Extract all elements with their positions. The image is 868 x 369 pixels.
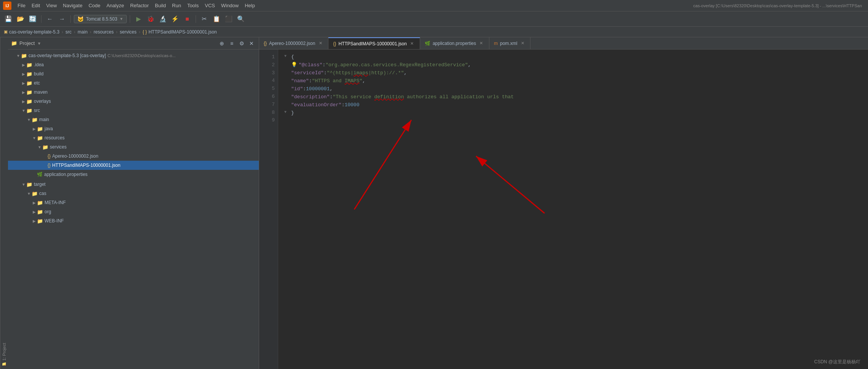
line2-comma: , — [468, 61, 471, 69]
more-button-1[interactable]: ✂ — [199, 14, 210, 24]
breadcrumb-src[interactable]: src — [65, 29, 72, 35]
sidebar-scope-btn[interactable]: ⊕ — [218, 39, 226, 48]
idea-label: .idea — [34, 62, 44, 67]
tab-pomxml-close[interactable]: ✕ — [519, 40, 526, 46]
fold-btn-8[interactable]: ▼ — [284, 109, 290, 115]
profile-button[interactable]: ⚡ — [170, 14, 180, 24]
tree-metainf[interactable]: ▶ 📁 META-INF — [8, 198, 259, 207]
menu-tools[interactable]: Tools — [184, 2, 202, 10]
code-brace-close: } — [291, 109, 294, 117]
menu-window[interactable]: Window — [218, 2, 242, 10]
debug-button[interactable]: 🐞 — [145, 14, 156, 24]
menu-view[interactable]: View — [43, 2, 60, 10]
run-button[interactable]: ▶ — [133, 14, 144, 24]
menu-code[interactable]: Code — [86, 2, 104, 10]
tree-etc[interactable]: ▶ 📁 etc — [8, 78, 259, 88]
toolbar: 💾 📂 🔄 ← → 🐱 Tomcat 8.5.503 ▼ ▶ 🐞 🔬 ⚡ ■ ✂… — [0, 11, 868, 27]
tree-maven[interactable]: ▶ 📁 maven — [8, 88, 259, 97]
tree-main[interactable]: ▼ 📁 main — [8, 115, 259, 124]
tree-idea[interactable]: ▶ 📁 .idea — [8, 60, 259, 69]
java-folder-icon: 📁 — [37, 126, 43, 132]
line-num-4: 4 — [262, 77, 275, 85]
search-everywhere-button[interactable]: 🔍 — [236, 14, 246, 24]
menu-help[interactable]: Help — [242, 2, 258, 10]
svg-line-1 — [354, 120, 411, 209]
stop-button[interactable]: ■ — [182, 14, 193, 24]
tree-resources[interactable]: ▼ 📁 resources — [8, 133, 259, 142]
breadcrumb-resources[interactable]: resources — [94, 29, 114, 35]
tab-apereo-label: Apereo-10000002.json — [269, 41, 315, 46]
line-num-2: 2 — [262, 61, 275, 69]
breadcrumb-project[interactable]: cas-overlay-template-5.3 — [9, 29, 59, 35]
tab-appprops-close[interactable]: ✕ — [478, 40, 484, 46]
services-arrow: ▼ — [37, 145, 42, 149]
menu-analyze[interactable]: Analyze — [104, 2, 127, 10]
tab-apereo-close[interactable]: ✕ — [317, 40, 323, 46]
project-tree: ▼ 📁 cas-overlay-template-5.3 [cas-overla… — [8, 50, 259, 369]
tree-java[interactable]: ▶ 📁 java — [8, 124, 259, 133]
line3-comma: , — [404, 69, 407, 77]
menu-bar: IJ File Edit View Navigate Code Analyze … — [0, 0, 868, 11]
menu-edit[interactable]: Edit — [29, 2, 43, 10]
separator-3 — [130, 15, 130, 23]
menu-vcs[interactable]: VCS — [202, 2, 218, 10]
menu-refactor[interactable]: Refactor — [127, 2, 152, 10]
tree-overlays[interactable]: ▶ 📁 overlays — [8, 97, 259, 106]
main-arrow: ▼ — [26, 118, 32, 122]
separator-1 — [41, 15, 41, 23]
line7-key: "evaluationOrder" — [291, 101, 342, 109]
open-button[interactable]: 📂 — [15, 14, 26, 24]
code-editor[interactable]: 1 2 3 4 5 6 7 8 9 ▼ { 💡 — [259, 50, 868, 369]
sync-button[interactable]: 🔄 — [27, 14, 38, 24]
tree-root[interactable]: ▼ 📁 cas-overlay-template-5.3 [cas-overla… — [8, 51, 259, 60]
sidebar-collapse-btn[interactable]: ≡ — [228, 39, 236, 48]
separator-4 — [196, 15, 196, 23]
coverage-button[interactable]: 🔬 — [158, 14, 168, 24]
fold-btn-1[interactable]: ▼ — [284, 53, 290, 59]
tab-appprops[interactable]: 🌿 application.properties ✕ — [420, 37, 489, 49]
menu-run[interactable]: Run — [169, 2, 184, 10]
tree-target[interactable]: ▼ 📁 target — [8, 180, 259, 189]
breadcrumb-services[interactable]: services — [120, 29, 137, 35]
breadcrumb-main[interactable]: main — [78, 29, 88, 35]
breadcrumb-file[interactable]: { } HTTPSandIMAPS-10000001.json — [143, 29, 217, 35]
tree-apereo-file[interactable]: {} Apereo-10000002.json — [8, 152, 259, 161]
sidebar-close-btn[interactable]: ✕ — [247, 39, 256, 48]
line4-value: "HTTPS and IMAPS" — [312, 77, 363, 85]
menu-build[interactable]: Build — [152, 2, 169, 10]
tree-src[interactable]: ▼ 📁 src — [8, 106, 259, 115]
tab-pomxml[interactable]: m pom.xml ✕ — [489, 37, 530, 49]
apereo-file-label: Apereo-10000002.json — [52, 153, 98, 159]
tab-httpsimaps-close[interactable]: ✕ — [409, 41, 415, 47]
terminal-button[interactable]: ⬛ — [223, 14, 234, 24]
code-content[interactable]: ▼ { 💡 "@class" : "org.apereo.cas.service… — [278, 50, 868, 369]
tree-cas[interactable]: ▼ 📁 cas — [8, 189, 259, 198]
svg-line-2 — [476, 156, 545, 213]
maven-folder-icon: 📁 — [26, 89, 32, 95]
tree-webinf[interactable]: ▶ 📁 WEB-INF — [8, 216, 259, 225]
more-button-2[interactable]: 📋 — [211, 14, 222, 24]
tree-appprops-file[interactable]: 🌿 application.properties — [8, 170, 259, 179]
tab-apereo-icon: {} — [264, 41, 267, 46]
code-line-3: "serviceId" : "^(https|imaps|http)://.*"… — [284, 69, 862, 77]
code-line-5: "id" : 10000001 , — [284, 85, 862, 93]
tree-org[interactable]: ▶ 📁 org — [8, 207, 259, 216]
watermark: CSDN @这里是杨杨吖 — [814, 359, 860, 365]
tree-httpsimaps-file[interactable]: {} HTTPSandIMAPS-10000001.json — [8, 161, 259, 170]
back-button[interactable]: ← — [45, 14, 55, 24]
sidebar-settings-btn[interactable]: ⚙ — [237, 39, 246, 48]
menu-navigate[interactable]: Navigate — [60, 2, 85, 10]
tree-services[interactable]: ▼ 📁 services — [8, 142, 259, 152]
org-folder-icon: 📁 — [37, 209, 43, 215]
save-button[interactable]: 💾 — [3, 14, 14, 24]
services-label: services — [50, 144, 67, 150]
menu-file[interactable]: File — [14, 2, 29, 10]
sidebar-dropdown-arrow[interactable]: ▼ — [37, 41, 41, 46]
tab-httpsimaps[interactable]: {} HTTPSandIMAPS-10000001.json ✕ — [328, 37, 420, 49]
tab-apereo[interactable]: {} Apereo-10000002.json ✕ — [259, 37, 328, 49]
forward-button[interactable]: → — [57, 14, 67, 24]
tree-build[interactable]: ▶ 📁 build — [8, 69, 259, 78]
run-config-selector[interactable]: 🐱 Tomcat 8.5.503 ▼ — [74, 15, 127, 23]
line2-bulb: 💡 — [291, 61, 297, 69]
project-panel-label[interactable]: 📁 1: Project — [0, 37, 8, 369]
